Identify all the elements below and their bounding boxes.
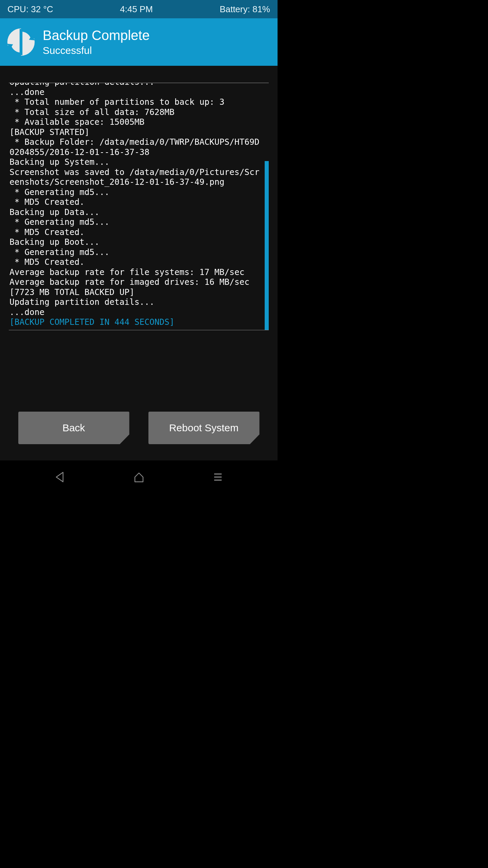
twrp-logo-icon <box>7 28 35 56</box>
cpu-temp: CPU: 32 °C <box>7 4 53 15</box>
reboot-system-button[interactable]: Reboot System <box>148 412 260 444</box>
scrollbar-thumb[interactable] <box>265 161 269 330</box>
log-text: Updating partition details... ...done * … <box>9 83 269 327</box>
nav-back-icon[interactable] <box>54 471 66 483</box>
clock: 4:45 PM <box>120 4 153 15</box>
reboot-system-button-label: Reboot System <box>169 422 239 434</box>
battery-level: Battery: 81% <box>220 4 270 15</box>
nav-home-icon[interactable] <box>133 471 145 483</box>
back-button-label: Back <box>62 422 85 434</box>
status-bar: CPU: 32 °C 4:45 PM Battery: 81% <box>0 0 278 18</box>
page-subtitle: Successful <box>43 45 150 56</box>
nav-menu-icon[interactable] <box>212 471 224 483</box>
header: Backup Complete Successful <box>0 18 278 66</box>
android-navbar <box>0 460 278 494</box>
back-button[interactable]: Back <box>18 412 129 444</box>
body: Updating partition details... ...done * … <box>0 66 278 460</box>
log-console[interactable]: Updating partition details... ...done * … <box>9 83 269 330</box>
page-title: Backup Complete <box>43 28 150 43</box>
